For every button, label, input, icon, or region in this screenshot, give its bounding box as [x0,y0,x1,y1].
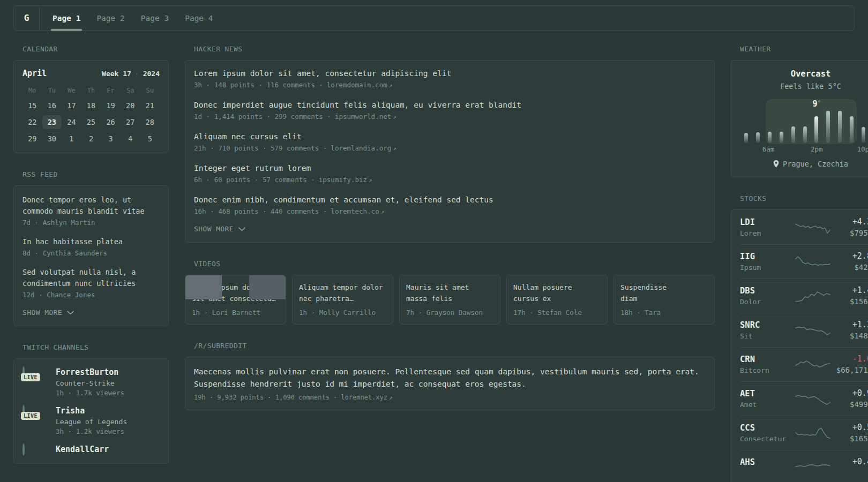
tab-page-2[interactable]: Page 2 [95,6,126,30]
twitch-channel-name[interactable]: Trisha [56,406,127,416]
weather-bar [791,126,795,143]
calendar-day[interactable]: 19 [101,99,121,112]
calendar-day[interactable]: 4 [121,132,140,146]
stock-symbol[interactable]: AET [740,389,796,398]
stock-row[interactable]: IIG Ipsum +2.84% $42.04 [740,244,868,278]
video-title[interactable]: Suspendisse diam [620,282,670,304]
stock-symbol[interactable]: AHS [740,457,796,467]
stock-name: Dolor [740,298,796,307]
calendar-day[interactable]: 21 [140,99,160,112]
rss-item-title[interactable]: Donec tempor eros leo, ut commodo mauris… [23,194,160,217]
calendar-day-selected[interactable]: 23 [42,115,62,129]
weather-bars: 9° [744,111,868,143]
video-meta: 18h · Tara [620,308,708,317]
calendar-day[interactable]: 2 [81,132,101,146]
calendar-day[interactable]: 1 [62,132,81,146]
stock-row[interactable]: CCS Consectetur +0.51% $165.84 [740,416,868,450]
hn-item-title[interactable]: Lorem ipsum dolor sit amet, consectetur … [194,69,706,78]
calendar-day[interactable]: 24 [62,115,81,129]
hn-item: Donec enim nibh, condimentum et accumsan… [194,195,706,215]
stock-symbol[interactable]: DBS [740,286,796,296]
hn-item-domain-link[interactable]: ipsumworld.net↗ [335,112,396,120]
rss-item-meta: 7d · Ashlyn Martin [23,219,160,227]
stock-row[interactable]: LDI Lorem +4.35% $795.18 [740,210,868,244]
stock-symbol[interactable]: IIG [740,252,796,261]
reddit-post-domain-link[interactable]: loremnet.xyz↗ [341,394,392,401]
calendar-day[interactable]: 18 [81,99,101,112]
tab-page-3[interactable]: Page 3 [139,6,170,30]
live-badge: LIVE [21,373,40,381]
calendar-day[interactable]: 26 [101,115,121,129]
calendar-weekday: Mo [23,85,42,96]
twitch-channel-name[interactable]: KendallCarr [56,445,109,454]
calendar-day[interactable]: 3 [101,132,121,146]
weather-bar [862,127,865,143]
tab-page-1[interactable]: Page 1 [51,6,82,30]
rss-card: Donec tempor eros leo, ut commodo mauris… [13,185,169,326]
stock-id: CRN Bitcorn [740,355,796,375]
stock-name: Bitcorn [740,366,796,375]
videos-carousel[interactable]: Lorem ipsum dolor sit amet consectetu… 1… [185,275,715,325]
calendar-weekday: Tu [42,85,62,96]
stock-row[interactable]: DBS Dolor +1.42% $156.28 [740,278,868,313]
hn-item-domain-link[interactable]: loremtech.co↗ [331,207,384,215]
stock-symbol[interactable]: SNRC [740,320,796,330]
rss-item-title[interactable]: In hac habitasse platea [23,236,160,247]
stock-symbol[interactable]: CCS [740,423,796,433]
hn-item-title[interactable]: Donec imperdiet augue tincidunt felis al… [194,101,706,109]
stock-row[interactable]: SNRC Sit +1.36% $148.64 [740,313,868,347]
twitch-channel-name[interactable]: ForrestBurton [56,367,124,377]
calendar-day[interactable]: 25 [81,115,101,129]
reddit-post-title[interactable]: Maecenas mollis pulvinar erat non posuer… [194,366,706,390]
external-link-icon: ↗ [393,114,396,120]
hn-item-domain-link[interactable]: ipsumify.biz↗ [319,176,372,184]
hn-item-title[interactable]: Donec enim nibh, condimentum et accumsan… [194,195,706,204]
rss-show-more-button[interactable]: SHOW MORE [23,308,74,317]
stock-symbol[interactable]: CRN [740,355,796,364]
calendar-week-label: Week 17 [102,70,131,78]
calendar-day[interactable]: 29 [23,132,42,146]
hn-item-domain-link[interactable]: loremlandia.org↗ [331,144,396,152]
hn-item-title[interactable]: Aliquam nec cursus elit [194,132,706,141]
stock-price: $42.04 [830,263,868,273]
calendar-day[interactable]: 16 [42,99,62,112]
stock-figures: +1.36% $148.64 [830,320,868,341]
avatar[interactable] [23,443,25,456]
twitch-avatar-wrap [23,445,47,455]
stock-price: $499.72 [830,400,868,410]
video-title[interactable]: Aliquam tempor dolor nec pharetra… [299,282,386,304]
twitch-channel-meta: 3h · 1.2k viewers [56,427,127,435]
rss-item-title[interactable]: Sed volutpat nulla nisl, a condimentum n… [23,267,160,289]
calendar-day[interactable]: 15 [23,99,42,112]
stock-row[interactable]: AET Amet +0.92% $499.72 [740,381,868,416]
hn-show-more-button[interactable]: SHOW MORE [194,225,245,233]
calendar-day[interactable]: 22 [23,115,42,129]
hn-item-domain: ipsumify.biz [319,176,367,184]
hn-item: Donec imperdiet augue tincidunt felis al… [194,101,706,120]
hn-item-title[interactable]: Integer eget rutrum lorem [194,164,706,172]
hn-item-domain-link[interactable]: loremdomain.com↗ [327,81,393,89]
calendar-day[interactable]: 28 [140,115,160,129]
calendar-day[interactable]: 27 [121,115,140,129]
stock-sparkline [796,221,830,235]
twitch-card: LIVE ForrestBurton Counter-Strike 1h · 1… [13,358,169,464]
section-title-twitch: TWITCH CHANNELS [23,343,169,351]
stock-row[interactable]: AHS +0.46% [740,450,868,482]
calendar-day[interactable]: 17 [62,99,81,112]
stock-name: Amet [740,401,796,410]
subreddit-card: Maecenas mollis pulvinar erat non posuer… [185,357,715,410]
hn-item-domain: loremlandia.org [331,144,391,152]
stock-price: $156.28 [830,297,868,307]
calendar-day[interactable]: 30 [42,132,62,146]
tab-page-4[interactable]: Page 4 [183,6,214,30]
video-title[interactable]: Nullam posuere cursus ex [513,282,601,304]
hn-item-stats: 3h · 148 points · 116 comments · [194,81,323,89]
app-logo[interactable]: G [14,6,40,30]
stock-row[interactable]: CRN Bitcorn -1.00% $66,171.48 [740,347,868,381]
stock-symbol[interactable]: LDI [740,217,796,227]
video-title[interactable]: Mauris sit amet massa felis [406,282,493,304]
section-title-videos: VIDEOS [194,260,715,268]
calendar-day[interactable]: 20 [121,99,140,112]
calendar-day[interactable]: 5 [140,132,160,146]
video-info: Nullam posuere cursus ex 17h · Stefan Co… [507,275,607,324]
